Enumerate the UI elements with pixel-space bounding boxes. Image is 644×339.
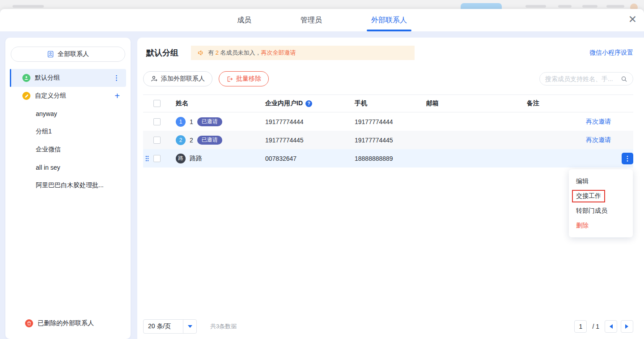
header-name: 姓名 (176, 99, 265, 107)
total-pages-label: / 1 (592, 323, 599, 330)
trash-icon (25, 319, 33, 327)
page-title: 默认分组 (146, 47, 178, 58)
default-group-label: 默认分组 (35, 74, 60, 82)
megaphone-icon (197, 49, 204, 56)
all-contacts-button[interactable]: 全部联系人 (11, 47, 125, 62)
background-ghost-element (558, 5, 572, 8)
member-name: 1 (190, 118, 193, 125)
member-search-box (539, 72, 633, 86)
toolbar: 添加外部联系人 批量移除 (143, 71, 633, 86)
deleted-contacts-label: 已删除的外部联系人 (38, 319, 94, 327)
member-name: 路路 (190, 154, 202, 163)
chevron-down-icon (188, 325, 192, 330)
tab-external-contacts[interactable]: 外部联系人 (366, 9, 412, 31)
sidebar-item-deleted-contacts[interactable]: 已删除的外部联系人 (5, 316, 131, 331)
background-page-strip (0, 0, 644, 9)
user-id-cell: 19177774445 (265, 137, 355, 144)
menu-item-edit[interactable]: 编辑 (569, 174, 633, 189)
sidebar-item-all-in-sey[interactable]: all in sey (5, 159, 131, 176)
wechat-miniprogram-settings-link[interactable]: 微信小程序设置 (589, 49, 633, 57)
header-phone: 手机 (355, 99, 426, 107)
help-icon[interactable]: ? (305, 100, 312, 107)
avatar: 路 (176, 154, 186, 163)
page-size-select[interactable]: 20 条/页 (143, 319, 197, 334)
main-header: 默认分组 有 2 名成员未加入，再次全部邀请 微信小程序设置 (143, 45, 633, 60)
invite-banner: 有 2 名成员未加入，再次全部邀请 (191, 46, 415, 60)
search-input[interactable] (545, 75, 621, 82)
table-header-row: 姓名 企业内用户ID ? 手机 邮箱 备注 (143, 94, 633, 112)
tab-admins[interactable]: 管理员 (295, 9, 327, 31)
custom-group-label: 自定义分组 (35, 92, 66, 100)
contacts-table: 姓名 企业内用户ID ? 手机 邮箱 备注 1 1 已 (143, 94, 633, 167)
background-ghost-element (13, 5, 44, 8)
modal-body: 全部联系人 默认分组 ⋮ 自定义分组 + anyway 分组1 企业微信 all… (0, 31, 644, 339)
select-all-checkbox[interactable] (153, 100, 161, 107)
invited-badge: 已邀请 (197, 117, 222, 126)
pagination-bar: 20 条/页 共3条数据 1 / 1 (143, 318, 633, 335)
member-name: 2 (190, 137, 193, 144)
row-checkbox[interactable] (153, 155, 161, 162)
background-ghost-element (606, 5, 624, 8)
background-button-ghost (461, 3, 502, 9)
sidebar-item-anyway[interactable]: anyway (5, 105, 131, 123)
contacts-modal: 成员 管理员 外部联系人 ✕ 全部联系人 默认分组 ⋮ (0, 9, 644, 339)
next-page-button[interactable] (621, 320, 633, 333)
sidebar-item-custom-group[interactable]: 自定义分组 + (10, 87, 126, 105)
table-row: 2 2 已邀请 19177774445 19177774445 再次邀请 (143, 131, 633, 149)
pager: 1 / 1 (574, 320, 633, 333)
avatar: 1 (176, 117, 186, 127)
sidebar-item-alibaba[interactable]: 阿里巴巴白木胶处理批... (5, 176, 131, 194)
table-row: 1 1 已邀请 19177774444 19177774444 再次邀请 (143, 112, 633, 131)
row-checkbox[interactable] (153, 118, 161, 125)
menu-item-handover-work[interactable]: 交接工作 (569, 189, 633, 203)
sidebar-item-wework[interactable]: 企业微信 (5, 141, 131, 159)
user-id-cell: 007832647 (265, 155, 355, 162)
sidebar: 全部联系人 默认分组 ⋮ 自定义分组 + anyway 分组1 企业微信 all… (5, 38, 131, 339)
arrow-left-icon (607, 324, 613, 329)
table-row: 路 路路 007832647 18888888889 ⋮ (143, 149, 633, 167)
header-note: 备注 (527, 99, 580, 107)
uninvited-count: 2 (216, 49, 219, 56)
sidebar-item-group1[interactable]: 分组1 (5, 123, 131, 141)
group-more-icon[interactable]: ⋮ (113, 74, 120, 82)
group-person-icon (22, 74, 30, 82)
reinvite-link[interactable]: 再次邀请 (586, 118, 611, 125)
all-contacts-label: 全部联系人 (58, 50, 89, 58)
avatar: 2 (176, 135, 186, 145)
contact-book-icon (47, 51, 54, 58)
total-records-label: 共3条数据 (210, 322, 237, 330)
reinvite-link[interactable]: 再次邀请 (586, 136, 611, 143)
add-external-contact-button[interactable]: 添加外部联系人 (143, 71, 212, 86)
page-size-value: 20 条/页 (144, 320, 183, 333)
menu-item-delete[interactable]: 删除 (569, 218, 633, 233)
modal-header: 成员 管理员 外部联系人 ✕ (0, 9, 644, 31)
person-add-icon (151, 75, 158, 82)
tab-bar: 成员 管理员 外部联系人 (232, 9, 412, 31)
highlight-annotation-box: 交接工作 (572, 190, 605, 202)
sidebar-item-default-group[interactable]: 默认分组 ⋮ (10, 69, 126, 87)
add-group-icon[interactable]: + (114, 91, 120, 100)
row-checkbox[interactable] (153, 137, 161, 144)
search-icon[interactable] (621, 76, 627, 82)
row-context-menu: 编辑 交接工作 转部门成员 删除 (569, 169, 633, 237)
dropdown-arrow-segment[interactable] (183, 320, 196, 333)
phone-cell: 18888888889 (355, 155, 426, 162)
phone-cell: 19177774445 (355, 137, 426, 144)
invited-badge: 已邀请 (197, 136, 222, 145)
remove-export-icon (226, 76, 233, 82)
close-icon[interactable]: ✕ (628, 14, 637, 25)
menu-item-transfer-department-member[interactable]: 转部门成员 (569, 203, 633, 218)
batch-remove-button[interactable]: 批量移除 (219, 71, 269, 86)
header-user-id: 企业内用户ID ? (265, 99, 355, 107)
tab-members[interactable]: 成员 (232, 9, 257, 31)
drag-handle-icon[interactable] (145, 155, 149, 162)
background-ghost-element (525, 5, 546, 8)
phone-cell: 19177774444 (355, 118, 426, 125)
main-panel: 默认分组 有 2 名成员未加入，再次全部邀请 微信小程序设置 (137, 38, 644, 339)
row-more-button[interactable]: ⋮ (622, 153, 633, 164)
previous-page-button[interactable] (605, 320, 617, 333)
banner-text: 有 2 名成员未加入，再次全部邀请 (208, 49, 296, 57)
current-page-box[interactable]: 1 (574, 320, 587, 333)
arrow-right-icon (625, 324, 631, 329)
reinvite-all-link[interactable]: 再次全部邀请 (261, 49, 296, 56)
